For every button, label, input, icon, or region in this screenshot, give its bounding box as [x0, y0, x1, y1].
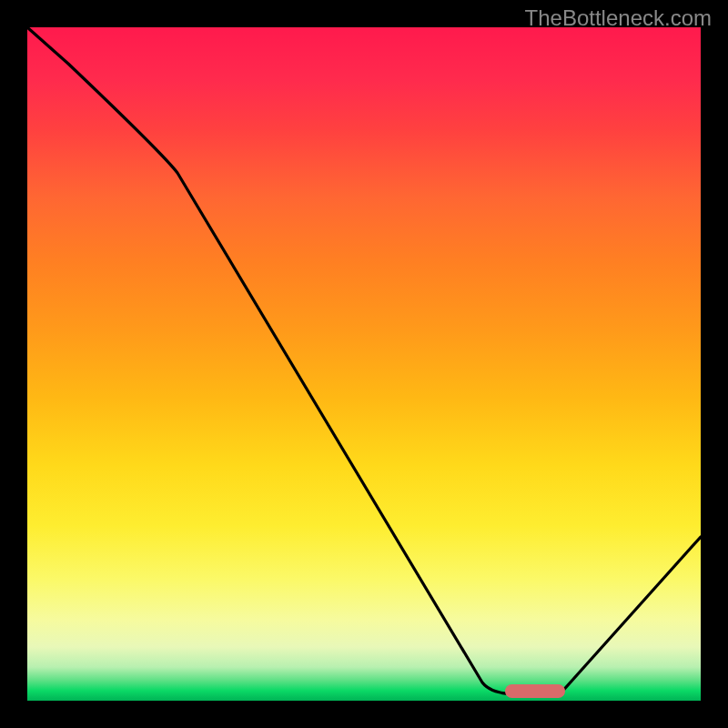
watermark-text: TheBottleneck.com	[525, 5, 712, 31]
curve-path	[27, 27, 701, 694]
chart-plot-area	[27, 27, 701, 701]
optimal-range-marker	[505, 684, 565, 698]
bottleneck-curve	[27, 27, 701, 701]
